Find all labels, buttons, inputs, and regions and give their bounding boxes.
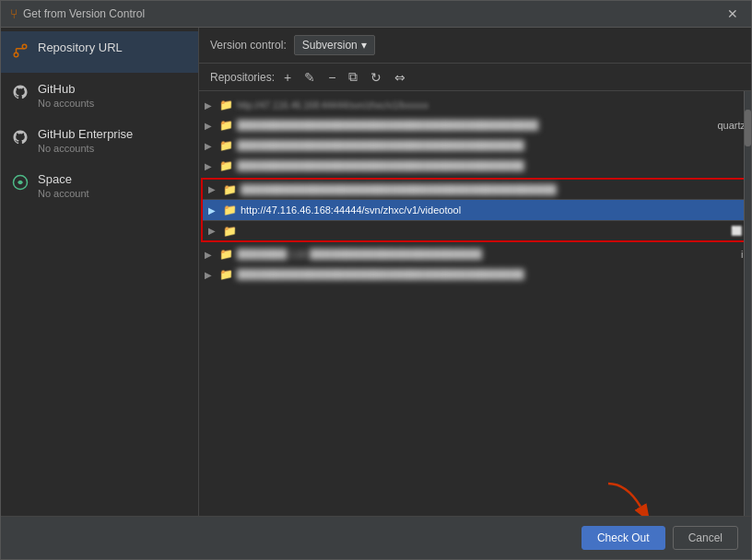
sidebar-item-github-enterprise[interactable]: GitHub Enterprise No accounts xyxy=(1,118,198,163)
dialog-content: Repository URL GitHub No accounts xyxy=(1,28,751,516)
folder-icon: 📁 xyxy=(219,139,233,152)
expand-arrow: ▶ xyxy=(205,121,216,131)
merge-button[interactable]: ⇔ xyxy=(391,68,409,87)
version-control-label: Version control: xyxy=(210,39,287,52)
folder-icon: 📁 xyxy=(223,225,237,238)
space-title: Space xyxy=(38,172,89,186)
expand-arrow: ▶ xyxy=(205,161,216,171)
github-enterprise-subtitle: No accounts xyxy=(38,143,133,154)
folder-icon: 📁 xyxy=(219,99,233,111)
repository-url-icon xyxy=(12,42,29,64)
expand-arrow: ▶ xyxy=(208,226,219,236)
expand-arrow: ▶ xyxy=(208,184,219,194)
dialog-title: Get from Version Control xyxy=(23,7,145,20)
cancel-button[interactable]: Cancel xyxy=(673,526,738,550)
arrow-indicator xyxy=(604,479,650,519)
sidebar-item-github[interactable]: GitHub No accounts xyxy=(1,73,198,118)
sidebar-item-repo-url-text: Repository URL xyxy=(38,41,123,54)
list-item[interactable]: ▶ 📁 ⬜ xyxy=(203,220,747,240)
version-control-toolbar: Version control: Subversion ▾ xyxy=(199,28,751,64)
sidebar-item-space-text: Space No account xyxy=(38,172,89,199)
folder-icon: 📁 xyxy=(219,159,233,172)
title-bar-left: ⑂ Get from Version Control xyxy=(10,6,145,21)
refresh-button[interactable]: ↻ xyxy=(367,68,385,87)
folder-icon: 📁 xyxy=(223,204,237,216)
folder-icon: 📁 xyxy=(219,119,233,132)
checkout-button[interactable]: Check Out xyxy=(582,526,665,550)
list-item[interactable]: ▶ 📁 ████████████████████████████████████… xyxy=(199,264,751,285)
sidebar-repo-url-title: Repository URL xyxy=(38,41,123,54)
folder-icon: 📁 xyxy=(219,268,233,281)
dialog-footer: Check Out Cancel xyxy=(1,516,751,559)
list-item[interactable]: ▶ 📁 ████████████████████████████████████… xyxy=(199,156,751,176)
main-area: Version control: Subversion ▾ Repositori… xyxy=(199,28,751,516)
repositories-label: Repositories: xyxy=(210,71,275,84)
list-item[interactable]: ▶ 📁 ████████████████████████████████████… xyxy=(203,180,747,200)
list-item[interactable]: ▶ 📁 ████████████████████████████████████… xyxy=(199,135,751,156)
github-enterprise-icon xyxy=(12,129,29,150)
list-item[interactable]: ▶ 📁 ███████ 116 ████████████████████████… xyxy=(199,244,751,264)
sidebar-item-github-text: GitHub No accounts xyxy=(38,82,94,109)
scrollbar[interactable] xyxy=(744,91,751,516)
sidebar-item-github-enterprise-text: GitHub Enterprise No accounts xyxy=(38,127,133,154)
github-title: GitHub xyxy=(38,82,94,96)
app-icon: ⑂ xyxy=(10,6,18,21)
github-subtitle: No accounts xyxy=(38,98,94,109)
add-repository-button[interactable]: + xyxy=(280,68,295,87)
expand-arrow: ▶ xyxy=(205,250,216,260)
dialog-window: ⑂ Get from Version Control ✕ Repository … xyxy=(0,0,752,560)
repositories-toolbar: Repositories: + ✎ − ⧉ ↻ ⇔ xyxy=(199,64,751,91)
selected-repository-item[interactable]: ▶ 📁 http://47.116.46.168:44444/svn/zhxc/… xyxy=(203,200,747,220)
space-icon xyxy=(12,174,29,195)
list-item[interactable]: ▶ 📁 ████████████████████████████████████… xyxy=(199,115,751,135)
sidebar: Repository URL GitHub No accounts xyxy=(1,28,199,516)
version-select-arrow: ▾ xyxy=(361,39,367,52)
expand-arrow: ▶ xyxy=(205,270,216,280)
list-item[interactable]: ▶ 📁 http://47.116.46.168:44444/svn/zhxc/… xyxy=(199,95,751,115)
version-control-select[interactable]: Subversion ▾ xyxy=(294,35,375,55)
remove-repository-button[interactable]: − xyxy=(324,68,339,87)
copy-repository-button[interactable]: ⧉ xyxy=(345,67,361,87)
space-subtitle: No account xyxy=(38,188,89,199)
sidebar-item-space[interactable]: Space No account xyxy=(1,163,198,208)
svg-point-0 xyxy=(14,52,18,57)
github-icon xyxy=(12,84,29,105)
expand-arrow: ▶ xyxy=(205,100,216,111)
expand-arrow: ▶ xyxy=(208,205,219,216)
scrollbar-thumb[interactable] xyxy=(745,110,751,146)
version-control-value: Subversion xyxy=(302,39,358,52)
selected-repo-url: http://47.116.46.168:44444/svn/zhxc/v1/v… xyxy=(241,204,742,216)
close-button[interactable]: ✕ xyxy=(723,6,742,21)
edit-repository-button[interactable]: ✎ xyxy=(300,68,319,87)
repository-list[interactable]: ▶ 📁 http://47.116.46.168:44444/svn/zhxc/… xyxy=(199,91,751,516)
title-bar: ⑂ Get from Version Control ✕ xyxy=(1,1,751,28)
folder-icon: 📁 xyxy=(223,183,237,196)
expand-arrow: ▶ xyxy=(205,141,216,151)
repo-tag: quartz xyxy=(710,120,746,131)
sidebar-item-repository-url[interactable]: Repository URL xyxy=(1,31,198,73)
folder-icon: 📁 xyxy=(219,248,233,261)
github-enterprise-title: GitHub Enterprise xyxy=(38,127,133,141)
